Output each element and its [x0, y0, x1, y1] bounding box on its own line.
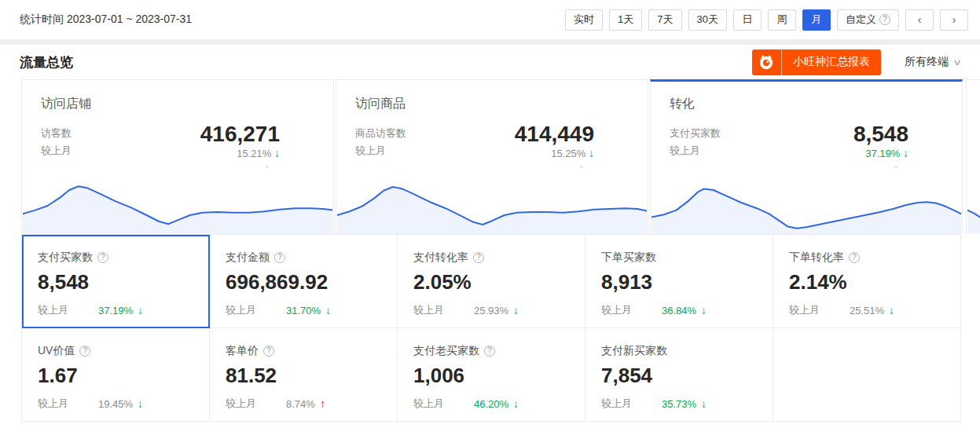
- compare-label: 较上月: [226, 397, 256, 411]
- page-title: 流量总览: [20, 53, 73, 71]
- range-week-button[interactable]: 周: [768, 9, 796, 31]
- help-icon[interactable]: ?: [484, 346, 495, 357]
- overview-card-conversion[interactable]: 转化 支付买家数 较上月 8,548 37.19% ↓ -: [650, 79, 963, 234]
- arrow-down-icon: ↓: [138, 304, 143, 316]
- help-icon[interactable]: ?: [274, 252, 285, 263]
- range-day-button[interactable]: 日: [733, 9, 762, 31]
- metric-title: 支付新买家数: [601, 344, 667, 358]
- wangshen-report-button[interactable]: 小旺神汇总报表: [752, 49, 881, 75]
- arrow-up-icon: ↑: [320, 397, 325, 410]
- metric-cell-avg-order-value[interactable]: 客单价 ? 81.52 较上月 8.74% ↑: [210, 328, 398, 422]
- help-icon[interactable]: ?: [97, 252, 108, 263]
- change-percent: 15.25%: [551, 148, 585, 159]
- sparkline-visit-item: [337, 171, 647, 234]
- change-percent: 37.19%: [865, 148, 900, 159]
- compare-label: 较上月: [789, 303, 820, 317]
- stat-time-label: 统计时间 2023-07-01 ~ 2023-07-31: [20, 13, 192, 27]
- arrow-down-icon: ↓: [701, 397, 707, 410]
- change-percent: 19.45%: [98, 398, 133, 410]
- prev-period-button[interactable]: ‹: [905, 9, 934, 31]
- metric-title: 下单转化率: [789, 251, 844, 265]
- placeholder-dash: -: [515, 162, 594, 171]
- metric-value: 8,913: [601, 271, 757, 293]
- metric-cell-order-buyers[interactable]: 下单买家数 8,913 较上月 36.84% ↓: [585, 235, 773, 328]
- metric-cell-order-conversion-rate[interactable]: 下单转化率 ? 2.14% 较上月 25.51% ↓: [773, 235, 961, 328]
- placeholder-dash: -: [200, 162, 280, 171]
- metric-value: 8,548: [38, 271, 193, 293]
- traffic-overview-header: 流量总览 小旺神汇总报表 所有终端 ∨: [0, 45, 980, 79]
- range-month-button[interactable]: 月: [802, 9, 831, 31]
- range-7day-button[interactable]: 7天: [648, 9, 681, 31]
- metric-cell-uv-value[interactable]: UV价值 ? 1.67 较上月 19.45% ↓: [22, 328, 210, 422]
- metric-title: 客单价: [226, 344, 259, 358]
- help-icon[interactable]: ?: [849, 252, 860, 263]
- wangshen-report-label: 小旺神汇总报表: [782, 49, 881, 75]
- change-percent: 31.70%: [286, 305, 321, 316]
- metric-cell-empty: [773, 328, 961, 422]
- range-custom-button[interactable]: 自定义 ?: [837, 9, 899, 31]
- metric-title: 支付金额: [226, 251, 270, 265]
- arrow-down-icon: ↓: [138, 397, 143, 410]
- metric-value: 81.52: [226, 364, 381, 386]
- range-realtime-button[interactable]: 实时: [565, 9, 603, 31]
- range-30day-button[interactable]: 30天: [688, 9, 727, 31]
- compare-label: 较上月: [41, 142, 72, 159]
- compare-label: 较上月: [38, 397, 68, 411]
- change-percent: 36.84%: [662, 305, 696, 316]
- arrow-down-icon: ↓: [513, 304, 519, 316]
- change-percent: 15.21%: [237, 148, 271, 159]
- change-percent: 25.93%: [474, 305, 508, 316]
- overview-card-visit-item[interactable]: 访问商品 商品访客数 较上月 414,449 15.25% ↓ -: [336, 79, 648, 234]
- metric-value: 2.05%: [413, 271, 569, 293]
- metric-value: 7,854: [601, 364, 757, 386]
- help-icon: ?: [879, 14, 890, 25]
- arrow-down-icon: ↓: [589, 147, 594, 159]
- metric-cell-pay-conversion-rate[interactable]: 支付转化率 ? 2.05% 较上月 25.93% ↓: [398, 235, 585, 328]
- metric-label: 支付买家数: [670, 125, 721, 142]
- date-range-group: 实时 1天 7天 30天 日 周 月 自定义 ? ‹ ›: [565, 9, 968, 31]
- card-title: 访问店铺: [41, 96, 314, 112]
- section-divider: [0, 39, 980, 45]
- compare-label: 较上月: [601, 397, 632, 411]
- chevron-down-icon: ∨: [952, 57, 962, 68]
- metric-label: 商品访客数: [355, 125, 406, 142]
- metric-title: UV价值: [38, 344, 75, 358]
- metric-title: 支付转化率: [413, 251, 468, 265]
- metric-value: 696,869.92: [226, 271, 381, 293]
- next-card-partial[interactable]: [966, 79, 980, 234]
- compare-label: 较上月: [38, 303, 68, 317]
- metric-title: 下单买家数: [601, 251, 656, 265]
- card-title: 转化: [670, 96, 943, 112]
- compare-label: 较上月: [355, 142, 406, 159]
- help-icon[interactable]: ?: [79, 346, 90, 357]
- metric-title: 支付老买家数: [413, 344, 479, 358]
- next-period-button[interactable]: ›: [940, 9, 968, 31]
- metric-value: 2.14%: [789, 271, 945, 293]
- range-1day-button[interactable]: 1天: [609, 9, 642, 31]
- chevron-right-icon: ›: [952, 13, 956, 26]
- change-percent: 35.73%: [662, 398, 696, 410]
- metric-cell-pay-buyers[interactable]: 支付买家数 ? 8,548 较上月 37.19% ↓: [22, 235, 210, 328]
- terminal-selector-dropdown[interactable]: 所有终端 ∨: [905, 55, 960, 69]
- change-percent: 46.20%: [474, 398, 508, 410]
- sparkline-conversion: [651, 171, 961, 234]
- help-icon[interactable]: ?: [473, 252, 484, 263]
- range-custom-label: 自定义: [846, 13, 876, 27]
- metric-cell-pay-old-buyers[interactable]: 支付老买家数 ? 1,006 较上月 46.20% ↓: [398, 328, 585, 422]
- help-icon[interactable]: ?: [263, 346, 274, 357]
- arrow-down-icon: ↓: [513, 397, 519, 410]
- header-right-tools: 小旺神汇总报表 所有终端 ∨: [752, 49, 960, 75]
- overview-card-visit-shop[interactable]: 访问店铺 访客数 较上月 416,271 15.21% ↓ -: [21, 79, 334, 234]
- arrow-down-icon: ↓: [325, 304, 331, 316]
- arrow-down-icon: ↓: [903, 147, 908, 159]
- metric-cell-pay-new-buyers[interactable]: 支付新买家数 7,854 较上月 35.73% ↓: [585, 328, 773, 422]
- metric-title: 支付买家数: [38, 251, 93, 265]
- metric-value: 1,006: [413, 364, 569, 386]
- card-title: 访问商品: [355, 96, 629, 112]
- metric-value: 416,271: [200, 125, 280, 144]
- metric-value: 414,449: [515, 125, 594, 144]
- metric-cell-pay-amount[interactable]: 支付金额 ? 696,869.92 较上月 31.70% ↓: [210, 235, 398, 328]
- arrow-down-icon: ↓: [701, 304, 707, 316]
- metric-value: 1.67: [38, 364, 193, 386]
- change-percent: 8.74%: [286, 398, 315, 410]
